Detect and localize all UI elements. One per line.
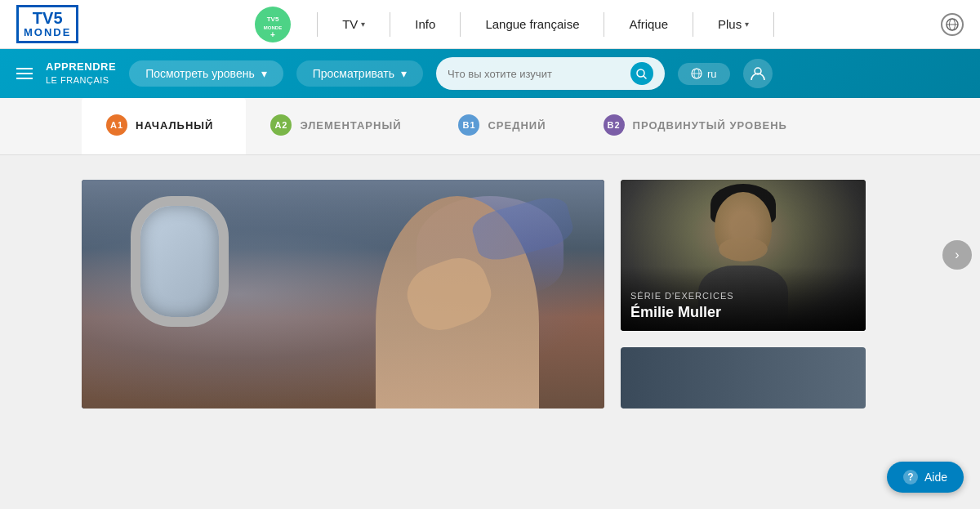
card-right-column: SÉRIE D'EXERCICES Émilie Muller	[621, 180, 866, 409]
nav-divider-6	[773, 12, 774, 37]
level-tabs: A1 НАЧАЛЬНЫЙ A2 ЭЛЕМЕНТАРНЫЙ B1 СРЕДНИЙ …	[0, 98, 980, 155]
question-icon: ?	[903, 470, 918, 482]
scroll-right-arrow[interactable]: ›	[942, 240, 972, 270]
card-main-image	[82, 180, 604, 409]
search-input[interactable]	[448, 68, 624, 80]
search-submit-button[interactable]	[630, 62, 653, 85]
tv5monde-logo: TV5 MONDE	[16, 5, 78, 42]
monde-plus-logo[interactable]: TV5 MONDE +	[253, 5, 292, 44]
nav-plus[interactable]: Plus ▾	[710, 17, 757, 31]
search-bar	[436, 57, 665, 90]
aide-button[interactable]: ? Aide	[887, 462, 964, 482]
card-emilie-label: SÉRIE D'EXERCICES Émilie Muller	[621, 266, 866, 331]
nav-divider-1	[317, 12, 318, 37]
nav-divider-5	[693, 12, 693, 37]
cards-grid: SÉRIE D'EXERCICES Émilie Muller	[82, 180, 898, 409]
card-emilie-muller[interactable]: SÉRIE D'EXERCICES Émilie Muller	[621, 180, 866, 331]
tab-b1[interactable]: B1 СРЕДНИЙ	[434, 98, 578, 154]
content-area: SÉRIE D'EXERCICES Émilie Muller	[0, 155, 980, 482]
level-button[interactable]: Посмотреть уровень ▾	[129, 60, 283, 87]
user-profile-button[interactable]	[743, 59, 773, 88]
nav-tv[interactable]: TV ▾	[334, 17, 373, 31]
tv-chevron-icon: ▾	[361, 20, 365, 29]
svg-text:+: +	[270, 30, 275, 39]
nav-divider-3	[460, 12, 461, 37]
badge-a1: A1	[106, 114, 127, 136]
tab-b2[interactable]: B2 ПРОДВИНУТЫЙ УРОВЕНЬ	[579, 98, 820, 154]
logo[interactable]: TV5 MONDE	[16, 5, 78, 42]
plus-chevron-icon: ▾	[745, 20, 749, 29]
hamburger-menu[interactable]	[16, 68, 33, 79]
badge-a2: A2	[270, 114, 292, 136]
browse-chevron-icon: ▾	[401, 67, 407, 80]
card-main[interactable]	[82, 180, 604, 409]
top-navigation: TV5 MONDE TV5 MONDE + TV ▾ Info Langue f…	[0, 0, 980, 49]
card-small-bottom[interactable]	[621, 347, 866, 409]
level-chevron-icon: ▾	[261, 67, 267, 80]
chevron-right-icon: ›	[955, 248, 959, 262]
tab-a2[interactable]: A2 ЭЛЕМЕНТАРНЫЙ	[246, 98, 434, 154]
language-button[interactable]: ru	[678, 63, 730, 85]
nav-divider-2	[390, 12, 390, 37]
learning-banner: APPRENDRE LE FRANÇAIS Посмотреть уровень…	[0, 49, 980, 98]
badge-b2: B2	[604, 114, 625, 136]
nav-afrique[interactable]: Afrique	[621, 17, 676, 31]
nav-langue[interactable]: Langue française	[477, 17, 587, 31]
globe-icon[interactable]	[941, 13, 964, 36]
browse-button[interactable]: Просматривать ▾	[296, 60, 423, 87]
top-nav-center: TV5 MONDE + TV ▾ Info Langue française A…	[103, 5, 941, 44]
badge-b1: B1	[458, 114, 479, 136]
nav-divider-4	[604, 12, 604, 37]
top-nav-right	[941, 13, 964, 36]
svg-text:TV5: TV5	[267, 16, 279, 23]
apprendre-label: APPRENDRE LE FRANÇAIS	[46, 60, 116, 86]
tab-a1[interactable]: A1 НАЧАЛЬНЫЙ	[82, 98, 246, 154]
svg-line-8	[644, 76, 646, 78]
nav-info[interactable]: Info	[407, 17, 443, 31]
